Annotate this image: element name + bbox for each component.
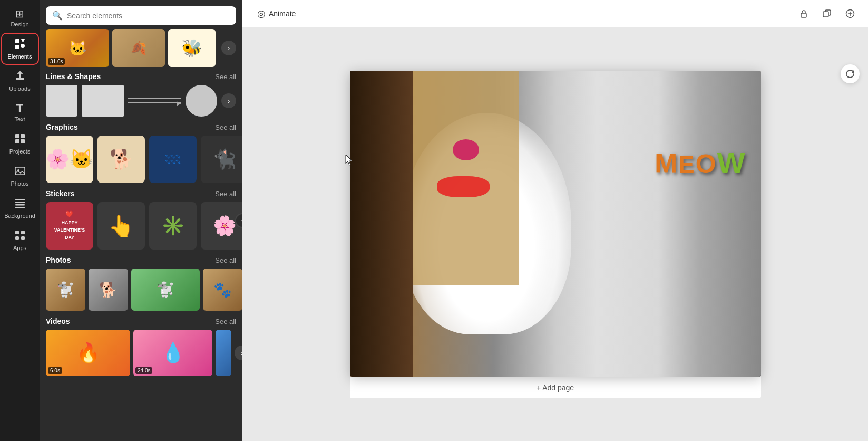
svg-rect-5 — [15, 134, 19, 138]
nav-uploads[interactable]: Uploads — [2, 66, 38, 96]
videos-arrow[interactable]: › — [235, 346, 242, 360]
svg-rect-0 — [15, 39, 19, 43]
elements-icon — [14, 38, 26, 51]
search-input[interactable] — [67, 12, 230, 20]
sticker-flower[interactable]: 🌸 — [201, 202, 242, 250]
svg-rect-7 — [15, 139, 19, 143]
graphic-blackcat[interactable]: 🐈‍⬛ — [201, 136, 242, 183]
photos-see-all[interactable]: See all — [215, 256, 236, 264]
add-btn[interactable] — [841, 4, 860, 23]
shape-line-1[interactable] — [128, 98, 181, 99]
top-video-duration: 31.0s — [48, 58, 65, 65]
animate-button[interactable]: ◎ Animate — [251, 5, 302, 23]
video-fire[interactable]: 🔥 6.0s — [46, 330, 130, 376]
nav-elements[interactable]: Elements — [2, 34, 38, 64]
sticker-star[interactable]: ✳️ — [149, 202, 197, 250]
stickers-see-all[interactable]: See all — [215, 190, 236, 198]
lines-shapes-header: Lines & Shapes See all — [46, 72, 236, 81]
search-bar: 🔍 — [40, 0, 242, 29]
sticker-hand[interactable]: 👆 — [97, 202, 145, 250]
photos-icon — [14, 165, 26, 178]
top-row-arrow[interactable]: › — [221, 41, 236, 55]
top-video-bee[interactable]: 🐝 — [168, 29, 216, 67]
videos-see-all[interactable]: See all — [215, 318, 236, 325]
duplicate-btn[interactable] — [817, 4, 836, 23]
apps-icon — [14, 229, 26, 243]
svg-rect-8 — [21, 139, 25, 143]
left-nav: ⊞ Design Elements Uploads T Text — [0, 0, 40, 441]
svg-rect-17 — [15, 236, 19, 240]
top-video-thumb-1[interactable]: 🐱 31.0s — [46, 29, 109, 67]
nav-design[interactable]: ⊞ Design — [2, 4, 38, 32]
svg-rect-11 — [15, 199, 25, 200]
svg-rect-3 — [15, 45, 19, 49]
top-bar: ◎ Animate — [242, 0, 868, 27]
shapes-row: › — [46, 85, 236, 117]
canvas-frame[interactable]: M E O W — [350, 71, 761, 377]
video-duration-2: 24.0s — [135, 367, 152, 374]
stickers-title: Stickers — [46, 189, 74, 198]
graphic-dog[interactable]: 🐕 — [97, 136, 145, 183]
elements-panel: 🔍 🐱 31.0s 🍂 🐝 › Lines & Shapes See all — [40, 0, 242, 441]
background-icon — [14, 197, 26, 210]
top-video-thumb-2[interactable]: 🍂 — [112, 29, 165, 67]
search-icon: 🔍 — [52, 11, 63, 21]
svg-rect-13 — [15, 204, 25, 206]
video-drops[interactable]: 💧 24.0s — [133, 330, 212, 376]
graphics-title: Graphics — [46, 123, 78, 131]
animate-icon: ◎ — [257, 8, 266, 20]
lock-btn[interactable] — [794, 4, 813, 23]
refresh-btn[interactable] — [841, 64, 860, 83]
shape-rect[interactable] — [82, 85, 124, 117]
nav-text[interactable]: T Text — [2, 98, 38, 127]
stickers-section: Stickers See all ❤️HAPPYVALENTINE'SDAY 👆… — [40, 189, 242, 256]
svg-rect-9 — [15, 167, 25, 175]
svg-rect-15 — [15, 231, 19, 234]
lines-shapes-title: Lines & Shapes — [46, 72, 101, 81]
svg-rect-16 — [21, 231, 25, 234]
text-icon: T — [16, 102, 23, 114]
nav-background[interactable]: Background — [2, 193, 38, 223]
lines-shapes-section: Lines & Shapes See all › — [40, 72, 242, 123]
svg-rect-14 — [15, 207, 25, 208]
svg-rect-18 — [21, 236, 25, 240]
nav-apps[interactable]: Apps — [2, 225, 38, 255]
video-blue[interactable] — [216, 330, 231, 376]
nav-photos[interactable]: Photos — [2, 161, 38, 191]
uploads-icon — [14, 70, 26, 83]
photo-dog2[interactable]: 🐕 — [89, 269, 128, 311]
shape-lines — [128, 98, 181, 103]
lines-shapes-see-all[interactable]: See all — [215, 73, 236, 81]
graphic-pattern[interactable]: 🐾🐾🐾🐾🐾🐾 — [149, 136, 197, 183]
shape-square[interactable] — [46, 85, 77, 117]
photos-row: 🐩 🐕 🐩 🐾 › — [46, 269, 236, 311]
design-icon: ⊞ — [15, 8, 24, 19]
stickers-header: Stickers See all — [46, 189, 236, 198]
graphics-header: Graphics See all — [46, 123, 236, 131]
photo-dog3[interactable]: 🐩 — [131, 269, 200, 311]
nav-projects[interactable]: Projects — [2, 129, 38, 159]
svg-rect-6 — [21, 134, 25, 138]
top-thumbnails-row: 🐱 31.0s 🍂 🐝 › — [40, 29, 242, 72]
animate-label: Animate — [269, 9, 296, 18]
add-page-label: + Add page — [537, 384, 574, 392]
svg-marker-1 — [21, 39, 25, 43]
photos-header: Photos See all — [46, 256, 236, 264]
stickers-row: ❤️HAPPYVALENTINE'SDAY 👆 ✳️ 🌸 › — [46, 202, 236, 250]
svg-point-2 — [21, 44, 25, 48]
photo-pug[interactable]: 🐾 — [203, 269, 242, 311]
add-page-bar[interactable]: + Add page — [350, 377, 761, 398]
main-area: ◎ Animate — [242, 0, 868, 441]
video-duration-1: 6.0s — [48, 367, 62, 374]
sticker-valentine[interactable]: ❤️HAPPYVALENTINE'SDAY — [46, 202, 93, 250]
graphics-see-all[interactable]: See all — [215, 123, 236, 131]
canvas-area: M E O W + Add page — [242, 27, 868, 441]
shapes-arrow[interactable]: › — [221, 93, 236, 108]
graphics-section: Graphics See all 🌸🐱 🐕 🐾🐾🐾🐾🐾🐾 🐈‍⬛ › — [40, 123, 242, 189]
search-input-wrap[interactable]: 🔍 — [46, 6, 236, 25]
shape-circle[interactable] — [186, 85, 217, 117]
svg-rect-20 — [823, 12, 828, 17]
shape-arrow[interactable] — [128, 102, 181, 103]
graphic-cat[interactable]: 🌸🐱 — [46, 136, 93, 183]
photo-dog1[interactable]: 🐩 — [46, 269, 85, 311]
